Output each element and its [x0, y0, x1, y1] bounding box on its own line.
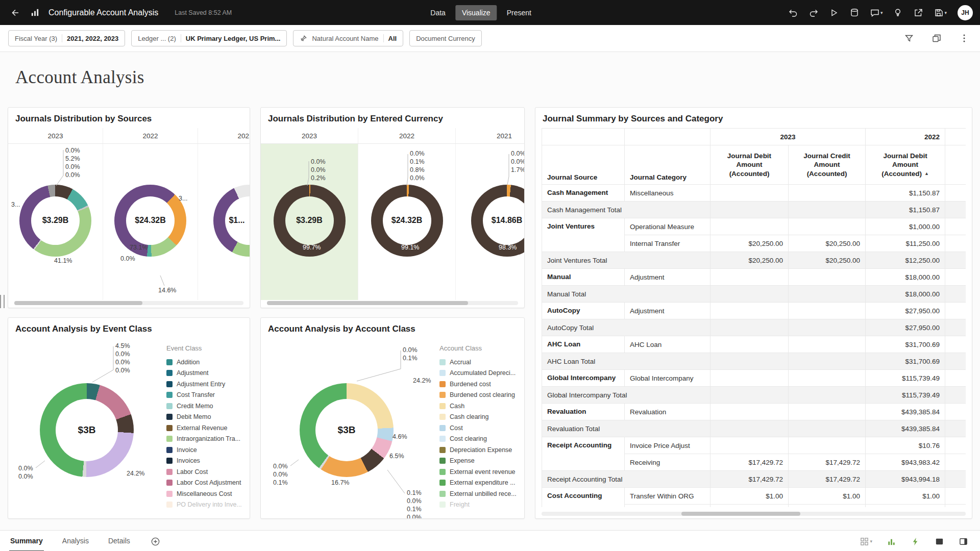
canvas-layout-filled-icon[interactable] — [932, 534, 947, 549]
table-row[interactable]: Global IntercompanyGlobal Intercompany$1… — [542, 370, 966, 387]
legend-item[interactable]: External event revenue — [439, 466, 524, 478]
insights-lightbulb-icon[interactable] — [890, 5, 905, 20]
year-header-2021[interactable]: 2021 — [198, 128, 250, 143]
canvas-tab-analysis[interactable]: Analysis — [61, 531, 90, 551]
data-preview-icon[interactable] — [884, 534, 899, 549]
legend-item[interactable]: Addition — [166, 357, 250, 368]
horizontal-scrollbar[interactable] — [267, 301, 518, 305]
year-header-2022[interactable]: 2022 — [103, 128, 198, 143]
year-group-2023[interactable]: 2023 — [710, 129, 866, 145]
legend-item[interactable]: Cost — [439, 422, 524, 434]
legend-item[interactable]: Cost clearing — [439, 434, 524, 445]
table-row[interactable]: Cash ManagementMiscellaneous$1,150.87 — [542, 185, 966, 202]
legend-item[interactable]: Credit Memo — [166, 400, 250, 412]
legend-item[interactable]: Adjustment — [166, 368, 250, 379]
scrollbar-thumb[interactable] — [14, 301, 142, 305]
more-options-kebab-icon[interactable] — [957, 31, 972, 46]
canvas-grid-icon[interactable]: ▾ — [857, 534, 875, 549]
legend-item[interactable]: Burdened cost clearing — [439, 390, 524, 401]
col-header-journal-source[interactable]: Journal Source — [542, 145, 625, 185]
refresh-data-icon[interactable] — [847, 5, 862, 20]
legend-item[interactable]: Labor Cost Adjustment — [166, 478, 250, 489]
legend-item[interactable]: Burdened cost — [439, 379, 524, 390]
donut-cell-2022[interactable]: $24.32B3...73.1%0.0%14.6% — [103, 144, 198, 300]
legend-item[interactable]: Cost Transfer — [166, 390, 250, 401]
legend-item[interactable]: External unbilled rece... — [439, 488, 524, 499]
filter-chip-document-currency[interactable]: Document Currency — [409, 30, 482, 46]
legend-item[interactable]: Accumulated Depreci... — [439, 368, 524, 379]
horizontal-scrollbar[interactable] — [14, 301, 243, 305]
avatar[interactable]: JH — [958, 5, 973, 20]
auto-apply-lightning-icon[interactable] — [908, 534, 923, 549]
canvas-layout-split-icon[interactable] — [956, 534, 971, 549]
donut-cell-2021[interactable]: $14.86B0.0%0.0%1.7%98.3% — [456, 144, 525, 300]
tab-visualize[interactable]: Visualize — [455, 5, 497, 20]
visualization-layers-icon[interactable] — [929, 31, 944, 46]
scrollbar-thumb[interactable] — [267, 301, 468, 305]
back-button[interactable] — [7, 5, 22, 20]
undo-icon[interactable] — [786, 5, 801, 20]
legend-item[interactable]: Debit Memo — [166, 412, 250, 423]
col-header-credit-2023[interactable]: Journal Credit Amount (Accounted) — [789, 145, 866, 185]
table-row[interactable]: Joint VenturesOperational Measure$1,000.… — [542, 218, 966, 235]
legend-item[interactable]: Cash — [439, 400, 524, 412]
donut-cell-2021[interactable]: $1... — [198, 144, 250, 300]
add-canvas-button[interactable] — [149, 535, 162, 548]
table-row[interactable]: Global Intercompany Total$115,739.49 — [542, 387, 966, 404]
table-row[interactable]: Receipt AccountingInvoice Price Adjust$1… — [542, 437, 966, 454]
legend-item[interactable]: Adjustment Entry — [166, 379, 250, 390]
legend-item[interactable]: PO Delivery into Inve... — [166, 499, 250, 511]
table-row[interactable]: Joint Ventures Total$20,250.00$20,250.00… — [542, 252, 966, 269]
table-row[interactable]: Receipt Accounting Total$17,429.72$17,42… — [542, 471, 966, 488]
filter-chip-fiscal-year[interactable]: Fiscal Year (3) 2021, 2022, 2023 — [8, 30, 125, 46]
donut-cell-2023[interactable]: $3.29B0.0%0.0%0.2%99.7% — [261, 144, 358, 300]
legend-item[interactable]: Expense — [439, 456, 524, 467]
tab-present[interactable]: Present — [500, 5, 538, 20]
sort-ascending-icon[interactable]: ▲ — [924, 171, 929, 176]
filter-panel-grip[interactable] — [0, 295, 5, 308]
legend-item[interactable]: Accrual — [439, 357, 524, 368]
legend-item[interactable]: Depreciation Expense — [439, 444, 524, 456]
col-header-debit-2023[interactable]: Journal Debit Amount (Accounted) — [710, 145, 789, 185]
export-icon[interactable] — [911, 5, 926, 20]
table-row[interactable]: Cash Management Total$1,150.87 — [542, 202, 966, 218]
year-header-2021[interactable]: 2021 — [456, 128, 525, 143]
table-row[interactable]: Manual Total$18,000.00 — [542, 286, 966, 303]
year-group-2022[interactable]: 2022 — [866, 129, 945, 145]
table-row[interactable]: ManualAdjustment$18,000.00 — [542, 269, 966, 286]
donut-cell-2023[interactable]: $3.29B0.0%5.2%0.0%0.0%3...41.1% — [8, 144, 103, 300]
legend-item[interactable]: Miscellaneous Cost — [166, 488, 250, 499]
table-row[interactable]: Cost AccountingTransfer Within ORG$1.00$… — [542, 488, 966, 505]
filter-chip-ledger[interactable]: Ledger ... (2) UK Primary Ledger, US Pri… — [131, 30, 287, 46]
legend-item[interactable]: Labor Cost — [166, 466, 250, 478]
save-icon[interactable]: ▾ — [931, 5, 949, 20]
table-row[interactable]: AHC LoanAHC Loan$31,700.69 — [542, 336, 966, 353]
donut-cell-2022[interactable]: $24.32B0.0%0.1%0.8%0.0%99.1% — [358, 144, 456, 300]
col-header-journal-category[interactable]: Journal Category — [625, 145, 710, 185]
canvas-tab-summary[interactable]: Summary — [9, 531, 44, 551]
col-header-debit-2022[interactable]: Journal Debit Amount (Accounted)▲ — [866, 145, 945, 185]
year-header-2023[interactable]: 2023 — [8, 128, 103, 143]
year-header-2022[interactable]: 2022 — [358, 128, 456, 143]
legend-item[interactable]: External expenditure ... — [439, 478, 524, 489]
table-row[interactable]: Revaluation Total$439,385.84 — [542, 420, 966, 437]
table-row[interactable]: RevaluationRevaluation$439,385.84 — [542, 404, 966, 420]
horizontal-scrollbar[interactable] — [542, 512, 966, 516]
tab-data[interactable]: Data — [424, 5, 452, 20]
legend-item[interactable]: External Revenue — [166, 422, 250, 434]
year-header-2023[interactable]: 2023 — [261, 128, 358, 143]
run-icon[interactable] — [826, 5, 842, 20]
filter-funnel-icon[interactable] — [901, 31, 917, 46]
canvas-tab-details[interactable]: Details — [107, 531, 131, 551]
legend-item[interactable]: Intraorganization Tra... — [166, 434, 250, 445]
table-row[interactable]: AHC Loan Total$31,700.69 — [542, 353, 966, 370]
legend-item[interactable]: Invoice — [166, 444, 250, 456]
legend-item[interactable]: Freight — [439, 499, 524, 511]
redo-icon[interactable] — [806, 5, 821, 20]
comments-icon[interactable]: ▾ — [867, 5, 886, 20]
table-row[interactable]: AutoCopy Total$27,950.00 — [542, 319, 966, 336]
filter-chip-natural-account[interactable]: Natural Account Name All — [293, 30, 403, 46]
legend-item[interactable]: Invoices — [166, 456, 250, 467]
table-row[interactable]: AutoCopyAdjustment$27,950.00 — [542, 303, 966, 319]
scrollbar-thumb[interactable] — [681, 512, 800, 516]
